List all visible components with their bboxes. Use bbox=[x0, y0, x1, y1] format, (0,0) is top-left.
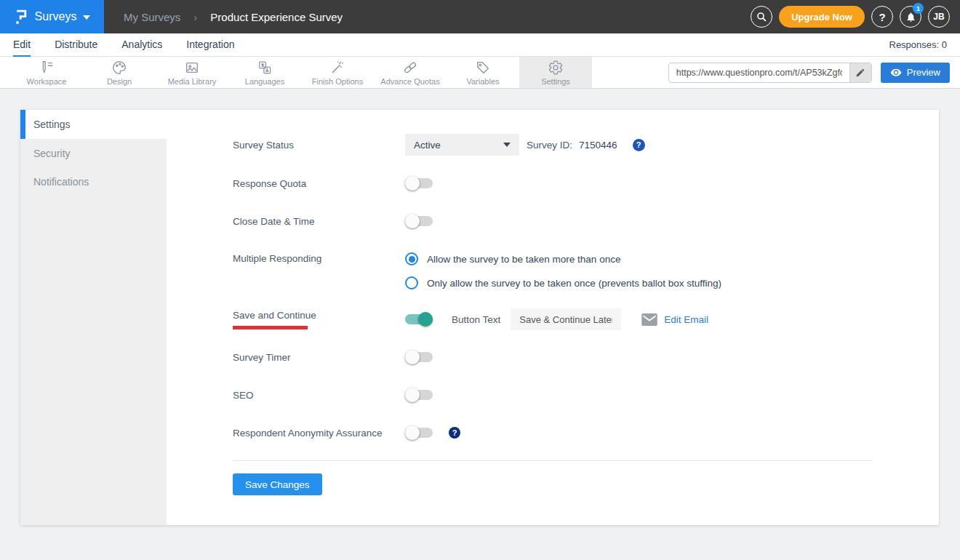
radio-option-allow-multiple[interactable]: Allow the survey to be taken more than o… bbox=[405, 248, 721, 270]
notifications-button[interactable]: 1 bbox=[900, 6, 921, 28]
gear-icon bbox=[548, 60, 564, 76]
image-icon bbox=[184, 60, 200, 76]
survey-id-help-icon[interactable]: ? bbox=[633, 139, 645, 151]
respondent-anonymity-toggle[interactable] bbox=[405, 428, 433, 438]
chain-link-icon bbox=[402, 60, 418, 76]
tab-distribute[interactable]: Distribute bbox=[55, 33, 97, 57]
questionpro-logo-icon bbox=[14, 8, 28, 26]
sidebar-item-security[interactable]: Security bbox=[20, 139, 167, 167]
preview-label: Preview bbox=[907, 67, 940, 78]
search-button[interactable] bbox=[751, 6, 772, 28]
toolbar-item-variables[interactable]: Variables bbox=[447, 57, 519, 88]
save-and-continue-label: Save and Continue bbox=[233, 310, 405, 321]
sidebar-item-notifications[interactable]: Notifications bbox=[20, 167, 167, 196]
toggle-knob bbox=[405, 176, 420, 191]
survey-status-label: Survey Status bbox=[233, 140, 405, 151]
breadcrumb-my-surveys[interactable]: My Surveys bbox=[124, 11, 180, 23]
settings-form: Survey Status Active Survey ID: 7150446 … bbox=[167, 110, 939, 525]
respondent-anonymity-row: Respondent Anonymity Assurance ? bbox=[233, 422, 939, 444]
toolbar-item-advance-quotas[interactable]: Advance Quotas bbox=[374, 57, 447, 88]
tab-integration[interactable]: Integration bbox=[186, 33, 234, 57]
survey-status-value: Active bbox=[414, 140, 441, 151]
product-switcher-label: Surveys bbox=[35, 10, 77, 23]
edit-url-button[interactable] bbox=[849, 63, 871, 82]
multiple-responding-options: Allow the survey to be taken more than o… bbox=[405, 248, 721, 294]
button-text-input[interactable] bbox=[511, 308, 621, 330]
workspace-icon bbox=[39, 60, 55, 76]
preview-button[interactable]: Preview bbox=[881, 63, 950, 83]
seo-toggle[interactable] bbox=[405, 390, 433, 400]
response-quota-label: Response Quota bbox=[233, 178, 405, 189]
question-mark-icon: ? bbox=[879, 11, 885, 23]
top-bar: Surveys My Surveys › Product Experience … bbox=[0, 0, 960, 33]
toolbar-item-finish-options[interactable]: Finish Options bbox=[301, 57, 374, 88]
save-and-continue-label-cell: Save and Continue bbox=[233, 310, 405, 329]
translate-icon bbox=[257, 60, 273, 76]
avatar[interactable]: JB bbox=[928, 6, 950, 28]
settings-sidebar: Settings Security Notifications bbox=[20, 110, 167, 525]
response-quota-toggle[interactable] bbox=[405, 178, 433, 188]
red-highlight-underline bbox=[233, 326, 308, 329]
toolbar-item-media-library[interactable]: Media Library bbox=[156, 57, 228, 88]
form-divider bbox=[233, 460, 872, 461]
help-button[interactable]: ? bbox=[871, 6, 893, 28]
palette-icon bbox=[111, 60, 127, 76]
toolbar-item-settings[interactable]: Settings bbox=[519, 57, 592, 88]
toolbar-item-languages[interactable]: Languages bbox=[228, 57, 301, 88]
close-date-toggle[interactable] bbox=[405, 216, 433, 226]
survey-id-value: 7150446 bbox=[579, 140, 617, 151]
button-text-label: Button Text bbox=[452, 314, 500, 325]
breadcrumb-separator-icon: › bbox=[193, 11, 197, 23]
breadcrumb: My Surveys › Product Experience Survey bbox=[124, 11, 751, 23]
survey-id-label: Survey ID: bbox=[527, 140, 572, 151]
edit-toolbar: Workspace Design Media Library Languages… bbox=[0, 57, 960, 89]
survey-status-row: Survey Status Active Survey ID: 7150446 … bbox=[233, 134, 939, 156]
notification-count-badge: 1 bbox=[913, 3, 924, 14]
chevron-down-icon bbox=[503, 143, 511, 147]
multiple-responding-label: Multiple Responding bbox=[233, 253, 405, 264]
toggle-knob bbox=[405, 425, 420, 440]
magic-wand-icon bbox=[329, 60, 345, 76]
radio-option-only-once[interactable]: Only allow the survey to be taken once (… bbox=[405, 272, 721, 294]
survey-timer-row: Survey Timer bbox=[233, 346, 939, 368]
main-tab-bar: Edit Distribute Analytics Integration Re… bbox=[0, 33, 960, 57]
survey-url-input[interactable] bbox=[669, 68, 849, 78]
pencil-icon bbox=[855, 68, 865, 78]
toggle-knob bbox=[418, 312, 433, 327]
bell-icon bbox=[905, 12, 916, 23]
seo-row: SEO bbox=[233, 384, 939, 406]
radio-selected-icon[interactable] bbox=[405, 252, 418, 265]
toolbar-item-design[interactable]: Design bbox=[83, 57, 156, 88]
toolbar-right: Preview bbox=[668, 57, 960, 88]
upgrade-now-button[interactable]: Upgrade Now bbox=[779, 6, 865, 28]
topbar-actions: Upgrade Now ? 1 JB bbox=[751, 6, 960, 28]
survey-timer-toggle[interactable] bbox=[405, 352, 433, 362]
multiple-responding-row: Multiple Responding Allow the survey to … bbox=[233, 248, 939, 294]
chevron-down-icon bbox=[83, 15, 90, 20]
tab-edit[interactable]: Edit bbox=[13, 33, 31, 57]
toggle-knob bbox=[405, 214, 420, 228]
save-and-continue-toggle[interactable] bbox=[405, 314, 433, 324]
save-and-continue-row: Save and Continue Button Text Edit Email bbox=[233, 308, 939, 330]
envelope-icon[interactable] bbox=[641, 313, 657, 326]
tab-analytics[interactable]: Analytics bbox=[121, 33, 162, 57]
radio-unselected-icon[interactable] bbox=[405, 276, 418, 289]
survey-timer-label: Survey Timer bbox=[233, 352, 405, 363]
save-changes-button[interactable]: Save Changes bbox=[233, 473, 322, 495]
toggle-knob bbox=[405, 388, 420, 402]
responses-count: Responses: 0 bbox=[889, 39, 948, 50]
edit-email-link[interactable]: Edit Email bbox=[664, 314, 708, 325]
seo-label: SEO bbox=[233, 390, 405, 401]
settings-card: Settings Security Notifications Survey S… bbox=[20, 110, 939, 525]
search-icon bbox=[756, 11, 767, 23]
toolbar-item-workspace[interactable]: Workspace bbox=[10, 57, 83, 88]
page-title: Product Experience Survey bbox=[210, 11, 343, 23]
respondent-anonymity-help-icon[interactable]: ? bbox=[449, 427, 460, 439]
page-content: Settings Security Notifications Survey S… bbox=[0, 89, 960, 525]
eye-icon bbox=[890, 68, 902, 77]
app-logo-menu[interactable]: Surveys bbox=[0, 0, 104, 33]
sidebar-item-settings[interactable]: Settings bbox=[20, 110, 167, 139]
survey-status-select[interactable]: Active bbox=[405, 134, 519, 156]
response-quota-row: Response Quota bbox=[233, 172, 939, 194]
close-date-label: Close Date & Time bbox=[233, 216, 405, 227]
